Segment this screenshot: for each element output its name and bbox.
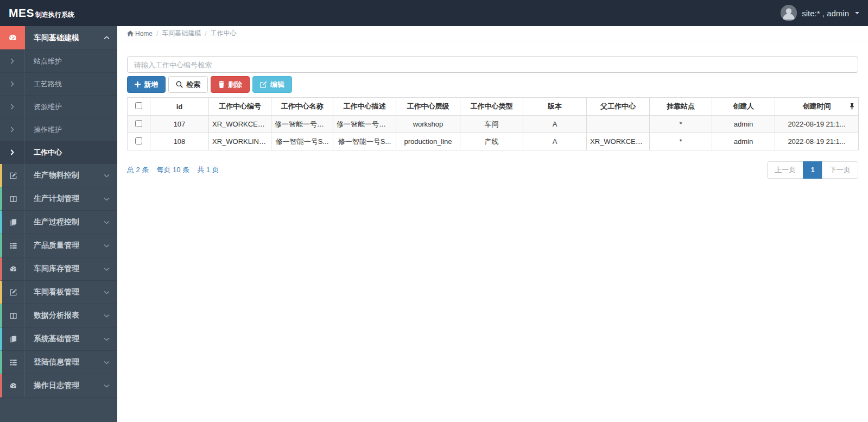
cell-workcenter-desc: 修一智能一号车间 xyxy=(333,116,396,133)
book-icon xyxy=(2,327,25,350)
sidebar-item-production-process[interactable]: 生产过程控制 xyxy=(0,211,117,234)
add-button[interactable]: 新增 xyxy=(127,76,166,93)
delete-button[interactable]: 删除 xyxy=(211,76,250,93)
header-version[interactable]: 版本 xyxy=(523,98,587,116)
header-select-all xyxy=(128,98,150,116)
cell-parent-workcenter: XR_WORKCEN... xyxy=(587,133,650,150)
prev-page-button[interactable]: 上一页 xyxy=(767,161,803,179)
plus-icon xyxy=(135,81,141,87)
cell-workcenter-name: 修一智能一号车间 xyxy=(271,116,333,133)
header-workcenter-level[interactable]: 工作中心层级 xyxy=(396,98,460,116)
edit-button[interactable]: 编辑 xyxy=(252,76,292,93)
edit-button-label: 编辑 xyxy=(270,81,284,88)
header-create-time[interactable]: 创建时间 xyxy=(775,98,859,116)
chevron-down-icon xyxy=(104,244,110,248)
table-row[interactable]: 107 XR_WORKCEN... 修一智能一号车间 修一智能一号车间 work… xyxy=(128,116,859,133)
chevron-down-icon xyxy=(104,291,110,294)
chevron-down-icon xyxy=(104,384,110,388)
list-icon xyxy=(2,234,25,257)
sidebar-item-operation-log[interactable]: 操作日志管理 xyxy=(0,374,117,398)
sidebar-item-label: 站点维护 xyxy=(25,56,117,66)
caret-down-icon xyxy=(855,12,859,14)
sidebar-item-workshop-kanban[interactable]: 车间看板管理 xyxy=(0,281,117,304)
pushpin-icon[interactable] xyxy=(850,103,854,110)
breadcrumb-home[interactable]: Home xyxy=(127,30,153,37)
edit-square-icon xyxy=(260,81,267,88)
sidebar-item-process-route[interactable]: 工艺路线 xyxy=(0,73,117,96)
cell-creator: admin xyxy=(712,133,775,150)
dashboard-icon xyxy=(2,374,25,397)
sidebar-item-station-maintenance[interactable]: 站点维护 xyxy=(0,50,117,73)
columns-icon xyxy=(2,187,25,210)
sidebar-item-label: 工作中心 xyxy=(25,148,117,158)
chevron-right-icon xyxy=(0,73,25,95)
user-avatar xyxy=(781,5,797,21)
sidebar-item-data-analysis[interactable]: 数据分析报表 xyxy=(0,304,117,327)
search-button-label: 检索 xyxy=(186,81,200,88)
header-workcenter-code[interactable]: 工作中心编号 xyxy=(209,98,271,116)
pagination-page-count[interactable]: 共 1 页 xyxy=(197,165,219,175)
sidebar-item-label: 操作维护 xyxy=(25,125,117,135)
header-workcenter-type[interactable]: 工作中心类型 xyxy=(460,98,523,116)
header-attached-station[interactable]: 挂靠站点 xyxy=(650,98,712,116)
header-workcenter-name[interactable]: 工作中心名称 xyxy=(271,98,333,116)
sidebar-item-operation-maintenance[interactable]: 操作维护 xyxy=(0,118,117,141)
edit-icon xyxy=(2,281,25,304)
sidebar-item-label: 资源维护 xyxy=(25,102,117,112)
cell-parent-workcenter xyxy=(587,116,650,133)
next-page-button[interactable]: 下一页 xyxy=(822,161,858,179)
chevron-up-icon xyxy=(104,36,110,40)
row-checkbox[interactable] xyxy=(135,137,142,144)
page-body: 新增 检索 删除 编辑 xyxy=(117,41,868,179)
header-parent-workcenter[interactable]: 父工作中心 xyxy=(587,98,650,116)
header-id[interactable]: id xyxy=(150,98,209,116)
sidebar-item-product-quality[interactable]: 产品质量管理 xyxy=(0,234,117,257)
sidebar-item-system-basic[interactable]: 系统基础管理 xyxy=(0,327,117,351)
breadcrumb-level1[interactable]: 车间基础建模 xyxy=(162,29,201,38)
search-input[interactable] xyxy=(127,56,858,73)
cell-workcenter-code: XR_WORKLINE... xyxy=(209,133,271,150)
sidebar-item-resource-maintenance[interactable]: 资源维护 xyxy=(0,96,117,118)
pagination-summary: 总 2 条 每页 10 条 共 1 页 xyxy=(127,165,219,175)
breadcrumb: Home / 车间基础建模 / 工作中心 xyxy=(117,26,868,41)
cell-workcenter-desc: 修一智能一号S... xyxy=(333,133,396,150)
select-all-checkbox[interactable] xyxy=(135,102,142,109)
cell-attached-station: * xyxy=(650,116,712,133)
table-row[interactable]: 108 XR_WORKLINE... 修一智能一号S... 修一智能一号S...… xyxy=(128,133,859,150)
pagination-total[interactable]: 总 2 条 xyxy=(127,165,149,175)
house-icon xyxy=(127,30,134,36)
cell-select xyxy=(128,133,150,150)
sidebar-item-production-plan[interactable]: 生产计划管理 xyxy=(0,187,117,211)
sidebar-item-login-info[interactable]: 登陆信息管理 xyxy=(0,351,117,374)
data-table: id 工作中心编号 工作中心名称 工作中心描述 工作中心层级 工作中心类型 版本… xyxy=(127,97,858,150)
edit-icon xyxy=(2,164,25,187)
trash-icon xyxy=(218,81,225,88)
sidebar-item-workshop-modeling[interactable]: 车间基础建模 xyxy=(0,26,117,50)
cell-workcenter-level: production_line xyxy=(396,133,460,150)
header-creator[interactable]: 创建人 xyxy=(712,98,775,116)
table-header-row: id 工作中心编号 工作中心名称 工作中心描述 工作中心层级 工作中心类型 版本… xyxy=(128,98,859,116)
add-button-label: 新增 xyxy=(144,81,158,88)
delete-button-label: 删除 xyxy=(228,81,242,88)
sidebar-item-workshop-inventory[interactable]: 车间库存管理 xyxy=(0,257,117,281)
magnifier-icon xyxy=(176,81,183,88)
user-menu[interactable]: site:* , admin xyxy=(781,5,859,21)
chevron-right-icon xyxy=(0,96,25,118)
chevron-right-icon xyxy=(0,50,25,72)
breadcrumb-home-label: Home xyxy=(135,30,153,37)
toolbar: 新增 检索 删除 编辑 xyxy=(127,76,858,93)
cell-workcenter-name: 修一智能一号S... xyxy=(271,133,333,150)
sidebar-item-production-material[interactable]: 生产物料控制 xyxy=(0,164,117,187)
chevron-down-icon xyxy=(104,174,110,178)
row-checkbox[interactable] xyxy=(135,120,142,127)
sidebar-item-work-center[interactable]: 工作中心 xyxy=(0,141,117,164)
pagination-per-page[interactable]: 每页 10 条 xyxy=(156,165,189,175)
search-button[interactable]: 检索 xyxy=(168,76,208,93)
header-workcenter-desc[interactable]: 工作中心描述 xyxy=(333,98,396,116)
app-logo[interactable]: MES 制造执行系统 xyxy=(9,7,74,20)
main-content: Home / 车间基础建模 / 工作中心 新增 检索 删除 编辑 xyxy=(117,26,868,422)
breadcrumb-current: 工作中心 xyxy=(211,29,237,38)
cell-version: A xyxy=(523,133,587,150)
page-1-button[interactable]: 1 xyxy=(803,161,822,179)
cell-version: A xyxy=(523,116,587,133)
